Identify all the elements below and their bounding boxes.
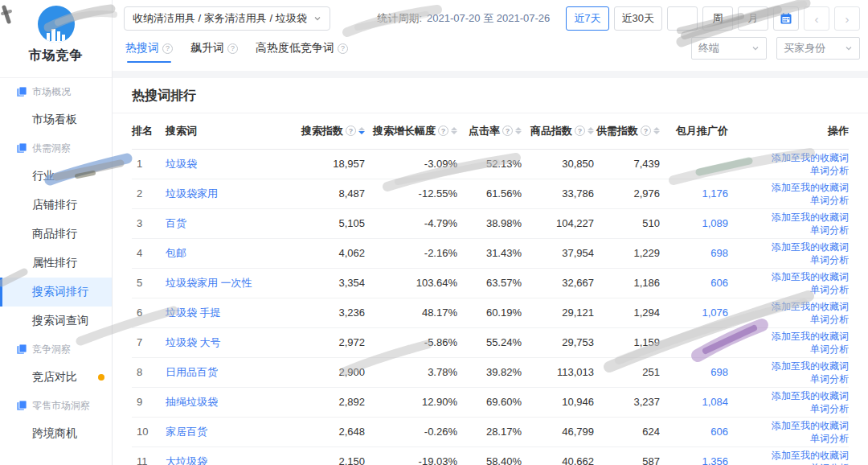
sidebar-item-keyword-query[interactable]: 搜索词查询 — [0, 307, 112, 335]
word-analysis-link[interactable]: 单词分析 — [810, 195, 849, 206]
col-search-growth[interactable]: 搜索增长幅度? — [365, 113, 457, 149]
monthly-price-link[interactable]: 698 — [710, 366, 728, 378]
help-icon[interactable]: ? — [575, 126, 585, 136]
word-analysis-link[interactable]: 单词分析 — [810, 463, 849, 465]
add-favorite-link[interactable]: 添加至我的收藏词 — [772, 420, 849, 431]
help-icon[interactable]: ? — [438, 126, 448, 136]
word-analysis-link[interactable]: 单词分析 — [810, 373, 849, 385]
sort-control[interactable] — [451, 127, 457, 134]
add-favorite-link[interactable]: 添加至我的收藏词 — [772, 212, 849, 223]
range-30days-button[interactable]: 近30天 — [614, 6, 662, 31]
keyword-link[interactable]: 家居百货 — [166, 426, 207, 438]
table-row: 9 抽绳垃圾袋 2,892 12.90% 69.60% 10,946 3,237… — [132, 387, 849, 417]
sidebar-item-keyword-ranking[interactable]: 搜索词排行 — [0, 278, 112, 307]
range-day-button[interactable] — [667, 6, 698, 31]
add-favorite-link[interactable]: 添加至我的收藏词 — [772, 182, 849, 193]
sidebar-item-crossborder[interactable]: 跨境商机 — [0, 419, 112, 448]
add-favorite-link[interactable]: 添加至我的收藏词 — [772, 271, 849, 282]
add-favorite-link[interactable]: 添加至我的收藏词 — [772, 360, 849, 372]
keyword-link[interactable]: 百货 — [166, 217, 186, 229]
terminal-filter-select[interactable]: 终端 — [691, 37, 767, 60]
col-supply-demand[interactable]: 供需指数? — [594, 113, 660, 149]
add-favorite-link[interactable]: 添加至我的收藏词 — [772, 152, 849, 163]
add-favorite-link[interactable]: 添加至我的收藏词 — [772, 450, 849, 461]
word-analysis-link[interactable]: 单词分析 — [810, 284, 849, 295]
prev-period-button[interactable]: ‹ — [804, 6, 829, 31]
rank: 5 — [132, 268, 166, 298]
sort-control[interactable] — [653, 127, 660, 134]
keyword-link[interactable]: 垃圾袋家用 — [166, 187, 218, 200]
help-icon[interactable]: ? — [227, 43, 238, 54]
help-icon[interactable]: ? — [338, 43, 348, 54]
word-analysis-link[interactable]: 单词分析 — [810, 344, 849, 355]
add-favorite-link[interactable]: 添加至我的收藏词 — [772, 331, 849, 342]
sort-control[interactable] — [588, 127, 594, 134]
sidebar-item-attribute-ranking[interactable]: 属性排行 — [0, 249, 112, 278]
actions-cell: 添加至我的收藏词单词分析 — [728, 446, 849, 465]
keyword-link[interactable]: 垃圾袋 手提 — [166, 307, 221, 319]
range-week-button[interactable]: 周 — [702, 6, 733, 31]
keyword-cell: 大垃圾袋 — [166, 446, 293, 465]
monthly-price-link[interactable]: 1,356 — [702, 455, 728, 465]
word-analysis-link[interactable]: 单词分析 — [810, 254, 849, 265]
category-selector[interactable]: 收纳清洁用具 / 家务清洁用具 / 垃圾袋 — [124, 6, 330, 31]
sidebar-item-product-ranking[interactable]: 商品排行 — [0, 220, 112, 249]
keyword-link[interactable]: 垃圾袋 — [166, 158, 197, 170]
calendar-button[interactable] — [773, 6, 799, 31]
ctr: 55.24% — [457, 327, 522, 357]
monthly-price-link[interactable]: 698 — [710, 247, 728, 259]
col-ctr[interactable]: 点击率? — [457, 113, 522, 149]
help-icon[interactable]: ? — [502, 126, 513, 136]
word-analysis-link[interactable]: 单词分析 — [810, 165, 849, 176]
keyword-link[interactable]: 垃圾袋家用 一次性 — [166, 277, 252, 289]
keyword-link[interactable]: 大垃圾袋 — [166, 455, 207, 465]
help-icon[interactable]: ? — [162, 43, 173, 54]
sidebar-item-market-board[interactable]: 市场看板 — [0, 105, 112, 134]
tab-hot-keywords[interactable]: 热搜词 ? — [125, 37, 173, 64]
word-analysis-link[interactable]: 单词分析 — [810, 314, 849, 325]
help-icon[interactable]: ? — [346, 126, 356, 136]
next-period-button[interactable]: › — [834, 6, 860, 31]
sidebar-item-industry[interactable]: 行业 — [0, 162, 112, 191]
col-search-index[interactable]: 搜索指数? — [293, 113, 365, 149]
range-7days-button[interactable]: 近7天 — [566, 6, 608, 31]
keyword-link[interactable]: 包邮 — [166, 247, 186, 259]
help-icon[interactable]: ? — [641, 126, 651, 136]
chevron-down-icon — [313, 14, 321, 23]
monthly-price-link[interactable]: 1,076 — [702, 307, 728, 319]
keyword-link[interactable]: 垃圾袋 大号 — [166, 336, 221, 348]
keyword-link[interactable]: 日用品百货 — [166, 366, 218, 378]
monthly-price-link[interactable]: 1,084 — [702, 396, 728, 408]
monthly-price-link[interactable]: 606 — [710, 277, 728, 289]
buyer-identity-filter-select[interactable]: 买家身份 — [776, 37, 860, 60]
keyword-link[interactable]: 抽绳垃圾袋 — [166, 396, 218, 408]
growth: -0.26% — [365, 417, 457, 446]
sort-control[interactable] — [358, 127, 365, 134]
growth: -3.09% — [365, 149, 457, 179]
hot-keyword-ranking-card: 热搜词排行 排名 搜索词 搜索指数? 搜索增长幅度? 点击率? 商品指数? 供需… — [113, 78, 868, 465]
monthly-price-link[interactable]: 1,089 — [702, 217, 728, 229]
monthly-price-cell: 698 — [660, 238, 728, 268]
col-product-index[interactable]: 商品指数? — [522, 113, 594, 149]
range-month-button[interactable]: 月 — [738, 6, 768, 31]
col-keyword: 搜索词 — [166, 113, 293, 149]
word-analysis-link[interactable]: 单词分析 — [810, 433, 849, 444]
search-index: 8,487 — [293, 179, 365, 208]
tab-high-heat-low-competition[interactable]: 高热度低竞争词 ? — [256, 37, 348, 64]
sort-control[interactable] — [515, 127, 522, 134]
monthly-price-link[interactable]: 606 — [710, 426, 728, 438]
ctr: 58.40% — [457, 446, 522, 465]
word-analysis-link[interactable]: 单词分析 — [810, 224, 849, 236]
word-analysis-link[interactable]: 单词分析 — [810, 403, 849, 414]
sidebar-item-competitor-compare[interactable]: 竞店对比 — [0, 363, 112, 392]
growth: -19.03% — [365, 446, 457, 465]
actions-cell: 添加至我的收藏词单词分析 — [728, 208, 849, 238]
actions-cell: 添加至我的收藏词单词分析 — [728, 298, 849, 327]
add-favorite-link[interactable]: 添加至我的收藏词 — [772, 390, 849, 401]
add-favorite-link[interactable]: 添加至我的收藏词 — [772, 241, 849, 253]
add-favorite-link[interactable]: 添加至我的收藏词 — [772, 301, 849, 312]
monthly-price-link[interactable]: 1,176 — [702, 187, 728, 200]
sidebar: 市场竞争 市场概况 市场看板 供需洞察 行业 店铺排行 商品排行 属性排行 搜索… — [0, 0, 113, 465]
sidebar-item-shop-ranking[interactable]: 店铺排行 — [0, 191, 112, 220]
tab-rising-keywords[interactable]: 飙升词 ? — [190, 37, 238, 64]
